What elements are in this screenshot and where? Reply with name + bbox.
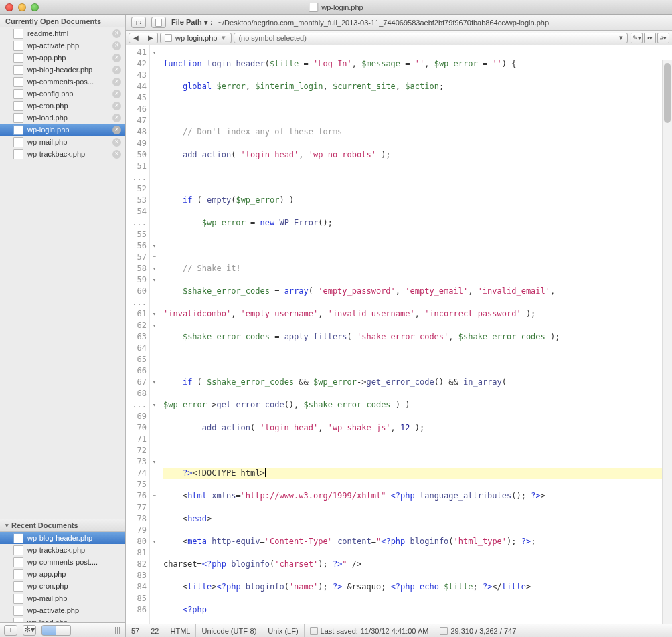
- nav-bar: ◀ ▶ wp-login.php ▾ (no symbol selected) …: [126, 31, 672, 46]
- doc-label: readme.html: [27, 29, 68, 37]
- title-doc-icon: [309, 3, 318, 12]
- recent-doc-item[interactable]: wp-cron.php: [0, 580, 125, 592]
- recent-doc-item[interactable]: wp-app.php: [0, 568, 125, 580]
- status-counts: 29,310 / 3,262 / 747: [434, 624, 521, 637]
- open-doc-item[interactable]: wp-trackback.php×: [0, 148, 125, 160]
- close-doc-icon[interactable]: ×: [112, 29, 121, 38]
- open-doc-item[interactable]: wp-activate.php×: [0, 39, 125, 52]
- recent-doc-item[interactable]: wp-mail.php: [0, 592, 125, 604]
- text-options-icon[interactable]: T⇣: [131, 17, 146, 28]
- close-doc-icon[interactable]: ×: [112, 90, 121, 98]
- doc-label: wp-load.php: [27, 618, 68, 622]
- status-col[interactable]: 22: [145, 624, 165, 637]
- file-icon: [13, 569, 23, 579]
- code-editor[interactable]: function login_header($title = 'Log In',…: [159, 46, 672, 624]
- open-doc-item[interactable]: readme.html×: [0, 27, 125, 39]
- editor-pane: T⇣ File Path ▾ : ~/Desktop/negrino.com_m…: [126, 15, 672, 637]
- doc-label: wp-cron.php: [27, 102, 68, 110]
- open-docs-header: Currently Open Documents: [0, 15, 125, 27]
- status-bar: 57 22 HTML Unicode (UTF-8) Unix (LF) Las…: [126, 624, 672, 637]
- close-doc-icon[interactable]: ×: [112, 54, 121, 62]
- recent-doc-item[interactable]: wp-load.php: [0, 616, 125, 622]
- doc-stats-icon: [440, 627, 448, 635]
- file-icon: [13, 125, 23, 135]
- close-doc-icon[interactable]: ×: [112, 66, 121, 74]
- recent-docs-list: wp-blog-header.phpwp-trackback.phpwp-com…: [0, 532, 125, 622]
- scroll-thumb[interactable]: [664, 63, 671, 123]
- file-icon: [13, 581, 23, 592]
- file-icon: [13, 618, 23, 623]
- open-doc-item[interactable]: wp-app.php×: [0, 52, 125, 64]
- close-doc-icon[interactable]: ×: [112, 138, 121, 147]
- nav-forward-button[interactable]: ▶: [143, 33, 158, 43]
- open-doc-item[interactable]: wp-cron.php×: [0, 100, 125, 112]
- new-button[interactable]: +: [4, 625, 17, 636]
- file-icon: [13, 533, 23, 543]
- doc-label: wp-load.php: [27, 114, 68, 122]
- file-icon: [13, 606, 23, 616]
- doc-label: wp-activate.php: [27, 41, 79, 50]
- close-doc-icon[interactable]: ×: [112, 102, 121, 110]
- file-icon: [13, 101, 23, 111]
- doc-label: wp-cron.php: [27, 582, 68, 590]
- open-doc-item[interactable]: wp-load.php×: [0, 112, 125, 124]
- file-path[interactable]: ~/Desktop/negrino.com_monthly_full_2013-…: [218, 19, 549, 27]
- file-icon: [13, 29, 23, 39]
- fold-column[interactable]: ▾⌐▾⌐▾▾▾▾▾▾▾⌐▾: [150, 46, 159, 624]
- file-icon: [13, 89, 23, 99]
- doc-label: wp-activate.php: [27, 606, 79, 614]
- open-doc-item[interactable]: wp-mail.php×: [0, 136, 125, 148]
- status-language[interactable]: HTML: [165, 624, 197, 637]
- pencil-icon[interactable]: ✎▾: [631, 33, 643, 43]
- nav-back-button[interactable]: ◀: [129, 33, 143, 43]
- file-icon: [13, 65, 23, 75]
- file-icon: [13, 53, 23, 63]
- path-bar: T⇣ File Path ▾ : ~/Desktop/negrino.com_m…: [126, 15, 672, 31]
- file-icon: [13, 113, 23, 123]
- close-doc-icon[interactable]: ×: [112, 126, 121, 134]
- close-doc-icon[interactable]: ×: [112, 114, 121, 122]
- doc-label: wp-app.php: [27, 570, 66, 578]
- recent-doc-item[interactable]: wp-comments-post....: [0, 556, 125, 568]
- status-encoding[interactable]: Unicode (UTF-8): [196, 624, 262, 637]
- doc-label: wp-comments-pos...: [27, 78, 94, 86]
- recent-doc-item[interactable]: wp-activate.php: [0, 604, 125, 616]
- doc-label: wp-mail.php: [27, 594, 67, 602]
- recent-docs-header[interactable]: Recent Documents: [0, 519, 125, 532]
- view-mode-other[interactable]: [56, 625, 71, 636]
- counterpart-icon[interactable]: ▪▾: [644, 33, 656, 43]
- file-icon: [13, 77, 23, 87]
- close-doc-icon[interactable]: ×: [112, 78, 121, 86]
- bookmark-icon[interactable]: #▾: [657, 33, 669, 43]
- line-gutter[interactable]: 4142434445464748495051...525354...555657…: [126, 46, 150, 624]
- window-minimize-button[interactable]: [18, 3, 26, 11]
- save-icon: [310, 627, 318, 635]
- open-doc-item[interactable]: wp-config.php×: [0, 88, 125, 100]
- open-doc-item[interactable]: wp-login.php×: [0, 124, 125, 136]
- sidebar-resize-handle[interactable]: [115, 627, 121, 634]
- close-doc-icon[interactable]: ×: [112, 41, 121, 50]
- recent-doc-item[interactable]: wp-blog-header.php: [0, 532, 125, 544]
- window-zoom-button[interactable]: [31, 3, 39, 11]
- status-line[interactable]: 57: [126, 624, 145, 637]
- window-title: wp-login.php: [321, 3, 363, 11]
- view-mode-list[interactable]: [41, 625, 56, 636]
- open-doc-item[interactable]: wp-comments-pos...×: [0, 76, 125, 88]
- recent-doc-item[interactable]: wp-trackback.php: [0, 544, 125, 556]
- symbol-selector[interactable]: (no symbol selected) ▾: [234, 33, 628, 43]
- open-docs-list: readme.html×wp-activate.php×wp-app.php×w…: [0, 27, 125, 273]
- action-menu-button[interactable]: ✻▾: [23, 625, 36, 636]
- vertical-scrollbar[interactable]: [662, 60, 672, 624]
- window-close-button[interactable]: [5, 3, 13, 11]
- document-icon[interactable]: [151, 17, 166, 28]
- open-doc-item[interactable]: wp-blog-header.php×: [0, 64, 125, 76]
- doc-label: wp-trackback.php: [27, 546, 85, 554]
- close-doc-icon[interactable]: ×: [112, 150, 121, 159]
- file-icon: [13, 137, 23, 147]
- file-crumb[interactable]: wp-login.php ▾: [160, 33, 232, 43]
- doc-label: wp-app.php: [27, 54, 66, 62]
- doc-label: wp-trackback.php: [27, 150, 85, 158]
- file-icon: [13, 594, 23, 604]
- status-line-endings[interactable]: Unix (LF): [262, 624, 304, 637]
- symbol-label: (no symbol selected): [238, 34, 307, 42]
